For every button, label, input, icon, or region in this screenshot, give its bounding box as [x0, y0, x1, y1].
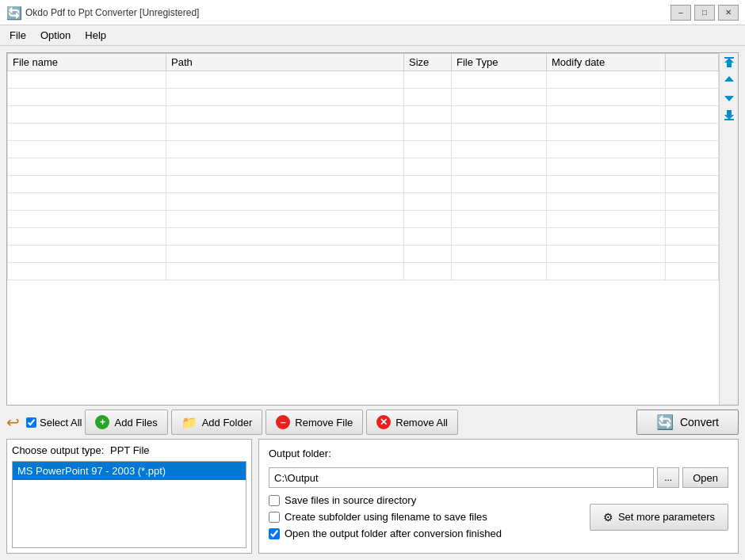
menu-bar: File Option Help: [0, 25, 745, 46]
file-list-container: File name Path Size File Type Modify dat…: [6, 52, 739, 406]
menu-file[interactable]: File: [3, 28, 32, 43]
table-row: [8, 176, 719, 193]
scroll-top-button[interactable]: [721, 55, 737, 70]
back-icon[interactable]: ↩: [6, 413, 20, 432]
open-after-label[interactable]: Open the output folder after conversion …: [285, 528, 502, 539]
menu-help[interactable]: Help: [78, 28, 113, 43]
add-folder-button[interactable]: 📁 Add Folder: [171, 410, 263, 435]
table-row: [8, 71, 719, 89]
bottom-toolbar: ↩ Select All + Add Files 📁 Add Folder – …: [6, 410, 739, 434]
col-header-extra: [666, 54, 719, 71]
create-subfolder-checkbox[interactable]: [269, 512, 280, 523]
add-files-button[interactable]: + Add Files: [85, 410, 167, 435]
output-type-title: Choose output type: PPT File: [12, 444, 246, 456]
save-source-option: Save files in source directory: [269, 494, 502, 506]
add-files-icon: +: [95, 415, 109, 429]
save-source-checkbox[interactable]: [269, 495, 280, 506]
col-header-name: File name: [8, 54, 166, 71]
col-header-date: Modify date: [547, 54, 666, 71]
scroll-panel: [719, 53, 738, 405]
svg-marker-4: [724, 110, 734, 120]
gear-icon: ⚙: [603, 511, 613, 524]
create-subfolder-option: Create subfolder using filename to save …: [269, 511, 502, 523]
table-row: [8, 158, 719, 176]
scroll-bottom-button[interactable]: [721, 107, 737, 123]
create-subfolder-label[interactable]: Create subfolder using filename to save …: [285, 511, 487, 523]
file-table: File name Path Size File Type Modify dat…: [7, 53, 719, 405]
select-all-checkbox[interactable]: [26, 417, 36, 428]
svg-marker-3: [724, 96, 734, 101]
app-title: Okdo Pdf to Ppt Converter [Unregistered]: [25, 7, 199, 18]
remove-file-icon: –: [276, 415, 290, 429]
app-icon: 🔄: [6, 6, 21, 20]
scroll-down-button[interactable]: [721, 90, 737, 105]
output-type-item-ppt97[interactable]: MS PowerPoint 97 - 2003 (*.ppt): [13, 462, 246, 480]
col-header-type: File Type: [452, 54, 547, 71]
table-row: [8, 141, 719, 158]
maximize-button[interactable]: □: [694, 5, 715, 21]
svg-marker-2: [724, 76, 734, 82]
table-row: [8, 263, 719, 280]
output-folder-input[interactable]: [269, 467, 654, 488]
col-header-path: Path: [166, 54, 404, 71]
main-window: File name Path Size File Type Modify dat…: [0, 46, 745, 560]
select-all-label[interactable]: Select All: [40, 417, 82, 429]
svg-marker-0: [724, 58, 734, 67]
params-label: Set more parameters: [618, 511, 715, 523]
open-after-checkbox[interactable]: [269, 528, 280, 539]
scroll-up-button[interactable]: [721, 72, 737, 88]
folder-row: ... Open: [269, 467, 728, 488]
save-source-label[interactable]: Save files in source directory: [285, 494, 416, 506]
table-row: [8, 211, 719, 228]
add-folder-icon: 📁: [181, 415, 197, 430]
remove-all-icon: ✕: [376, 415, 391, 429]
convert-icon: 🔄: [656, 413, 674, 431]
remove-file-button[interactable]: – Remove File: [266, 410, 363, 435]
table-row: [8, 193, 719, 211]
options-row: Save files in source directory Create su…: [269, 494, 728, 539]
table-row: [8, 246, 719, 263]
title-bar: 🔄 Okdo Pdf to Ppt Converter [Unregistere…: [0, 0, 745, 25]
menu-option[interactable]: Option: [34, 28, 77, 43]
checkboxes: Save files in source directory Create su…: [269, 494, 502, 539]
close-button[interactable]: ✕: [718, 5, 739, 21]
output-type-panel: Choose output type: PPT File MS PowerPoi…: [6, 439, 252, 554]
window-controls: – □ ✕: [670, 5, 739, 21]
output-type-list[interactable]: MS PowerPoint 97 - 2003 (*.ppt): [12, 461, 246, 548]
table-row: [8, 89, 719, 106]
output-folder-panel: Output folder: ... Open Save files in so…: [258, 439, 739, 554]
minimize-button[interactable]: –: [670, 5, 691, 21]
output-type-current: PPT File: [110, 444, 150, 456]
set-params-button[interactable]: ⚙ Set more parameters: [590, 504, 728, 531]
browse-button[interactable]: ...: [657, 467, 679, 488]
convert-label: Convert: [680, 416, 719, 429]
bottom-panel: Choose output type: PPT File MS PowerPoi…: [6, 439, 739, 554]
open-after-option: Open the output folder after conversion …: [269, 528, 502, 539]
table-row: [8, 106, 719, 124]
action-buttons: + Add Files 📁 Add Folder – Remove File ✕…: [85, 410, 632, 435]
output-folder-label: Output folder:: [269, 448, 728, 459]
table-row: [8, 124, 719, 141]
col-header-size: Size: [404, 54, 452, 71]
open-button[interactable]: Open: [682, 467, 728, 488]
remove-all-button[interactable]: ✕ Remove All: [366, 410, 458, 435]
table-row: [8, 228, 719, 246]
convert-button[interactable]: 🔄 Convert: [636, 410, 739, 435]
